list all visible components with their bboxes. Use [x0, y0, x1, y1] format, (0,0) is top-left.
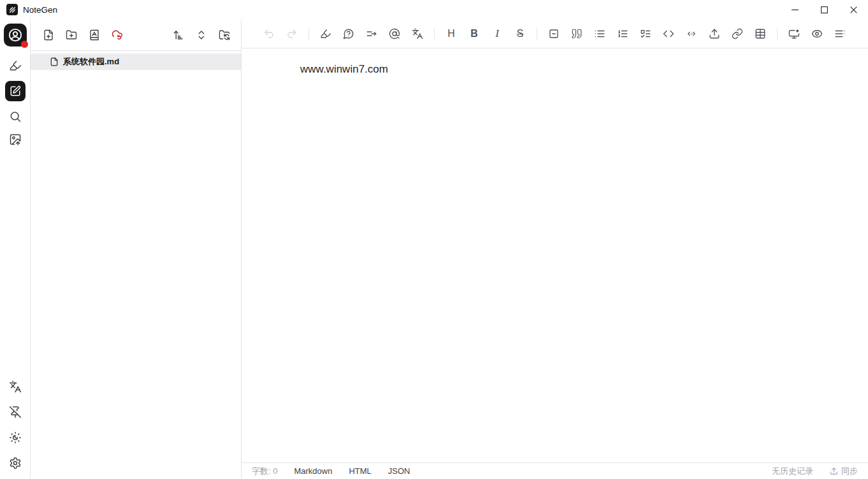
link-button[interactable]	[728, 25, 746, 43]
eye-icon	[811, 28, 823, 39]
folder-switch-button[interactable]	[215, 26, 233, 44]
table-button[interactable]	[751, 25, 769, 43]
presentation-button[interactable]	[785, 25, 803, 43]
search-icon	[9, 110, 22, 123]
format-json-button[interactable]: JSON	[388, 466, 410, 476]
sort-ascending-icon	[173, 29, 184, 41]
file-panel-toolbar	[31, 19, 241, 51]
status-right-group: 无历史记录 同步	[772, 466, 858, 477]
redo-button[interactable]	[283, 25, 301, 43]
sort-order-button[interactable]	[170, 26, 187, 44]
new-folder-button[interactable]	[62, 26, 80, 44]
record-pen-icon	[9, 59, 22, 72]
format-markdown-button[interactable]: Markdown	[294, 466, 332, 476]
bold-glyph: B	[470, 29, 478, 39]
app-title: NoteGen	[23, 5, 57, 15]
cloud-sync-icon	[112, 29, 123, 41]
outline-button[interactable]	[831, 25, 849, 43]
maximize-button[interactable]	[809, 0, 839, 19]
strikethrough-button[interactable]: S	[511, 25, 529, 43]
task-list-button[interactable]	[637, 25, 655, 43]
ai-search-button[interactable]	[386, 25, 403, 43]
sidebar-bottom-group	[6, 378, 24, 472]
minimize-button[interactable]	[780, 0, 809, 19]
sync-button[interactable]: 同步	[830, 466, 858, 477]
text-continue-icon	[366, 28, 377, 39]
close-button[interactable]	[839, 0, 868, 19]
block-group	[545, 25, 769, 43]
translate-button[interactable]	[409, 25, 426, 43]
highlighter-icon	[320, 28, 331, 39]
notification-dot	[21, 41, 28, 48]
file-plus-icon	[43, 29, 54, 41]
toolbar-separator	[777, 27, 778, 40]
file-item[interactable]: 系统软件园.md	[31, 54, 241, 70]
sidebar-item-image-hosting[interactable]	[6, 131, 24, 148]
user-avatar[interactable]	[4, 24, 27, 46]
code-block-icon	[686, 28, 697, 39]
sidebar-item-write[interactable]	[5, 81, 25, 101]
file-list: 系统软件园.md	[31, 51, 241, 479]
history-status: 无历史记录	[772, 466, 813, 477]
window-controls	[780, 0, 868, 19]
image-up-icon	[9, 133, 22, 146]
gear-icon	[9, 457, 22, 469]
monitor-dot-icon	[788, 28, 800, 39]
bullet-list-button[interactable]	[591, 25, 609, 43]
inline-code-button[interactable]	[660, 25, 677, 43]
upload-icon	[709, 28, 720, 39]
heading-glyph: H	[447, 29, 455, 39]
view-group	[785, 25, 849, 43]
ordered-list-button[interactable]	[614, 25, 632, 43]
sync-label: 同步	[841, 466, 858, 477]
new-file-button[interactable]	[40, 26, 57, 44]
ai-tools-group	[317, 25, 426, 43]
italic-button[interactable]: I	[488, 25, 506, 43]
editor-content[interactable]: www.winwin7.com	[242, 48, 868, 462]
file-icon	[50, 57, 59, 66]
sun-moon-icon	[9, 431, 22, 444]
strikethrough-glyph: S	[517, 29, 524, 39]
format-html-button[interactable]: HTML	[349, 466, 371, 476]
cloud-sync-button[interactable]	[108, 26, 126, 44]
language-switch-button[interactable]	[6, 378, 24, 396]
history-group	[260, 25, 301, 43]
export-button[interactable]	[705, 25, 723, 43]
undo-button[interactable]	[260, 25, 278, 43]
theme-toggle-button[interactable]	[6, 429, 24, 447]
sidebar-item-record[interactable]	[6, 57, 24, 75]
list-icon	[594, 28, 605, 39]
sort-by-name-button[interactable]	[85, 26, 103, 44]
book-a-icon	[89, 29, 100, 41]
expand-collapse-button[interactable]	[192, 26, 210, 44]
horizontal-rule-button[interactable]	[545, 25, 563, 43]
pin-off-icon	[9, 406, 22, 418]
minus-square-icon	[548, 28, 560, 39]
sidebar	[0, 19, 31, 479]
sidebar-item-search[interactable]	[6, 108, 24, 125]
pin-toggle-button[interactable]	[6, 403, 24, 421]
settings-button[interactable]	[6, 454, 24, 472]
mark-pen-button[interactable]	[317, 25, 335, 43]
toolbar-separator	[537, 27, 537, 40]
blockquote-button[interactable]	[568, 25, 586, 43]
outline-icon	[834, 28, 846, 39]
notegen-window: NoteGen	[0, 0, 868, 479]
translate-icon	[412, 28, 423, 39]
continue-writing-button[interactable]	[363, 25, 380, 43]
table-icon	[755, 28, 766, 39]
word-count: 字数: 0	[252, 466, 277, 477]
format-group: H B I S	[442, 25, 529, 43]
preview-button[interactable]	[808, 25, 826, 43]
list-ordered-icon	[617, 28, 628, 39]
main-area: 系统软件园.md	[0, 19, 868, 479]
code-block-button[interactable]	[683, 25, 700, 43]
bold-button[interactable]: B	[465, 25, 483, 43]
heading-button[interactable]: H	[442, 25, 460, 43]
ai-ask-button[interactable]	[340, 25, 358, 43]
redo-icon	[286, 28, 298, 39]
toolbar-separator	[308, 27, 309, 40]
undo-icon	[263, 28, 275, 39]
languages-icon	[9, 380, 22, 393]
file-name: 系统软件园.md	[63, 56, 119, 68]
